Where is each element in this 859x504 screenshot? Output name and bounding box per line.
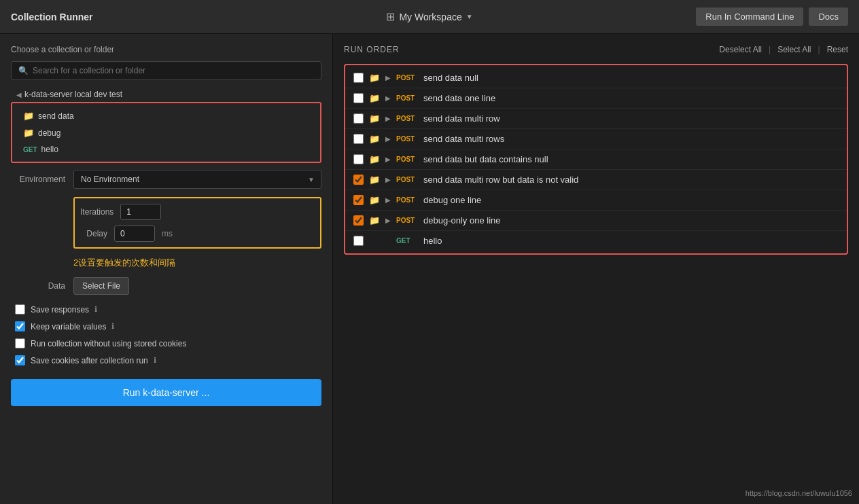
keep-variable-checkbox[interactable] (15, 321, 25, 331)
arrow-icon: ▶ (385, 74, 391, 82)
request-name: send data but data contains null (423, 154, 548, 164)
request-checkbox[interactable] (353, 215, 364, 226)
folder-icon: 📁 (369, 113, 380, 124)
right-panel: RUN ORDER Deselect All | Select All | Re… (333, 34, 859, 504)
iterations-input[interactable] (120, 204, 161, 220)
run-button[interactable]: Run k-data-server ... (11, 379, 321, 406)
no-cookies-label: Run collection without using stored cook… (31, 339, 186, 348)
workspace-selector[interactable]: ⊞ My Workspace ▼ (386, 10, 472, 23)
tree-item-label: debug (38, 128, 60, 138)
chevron-down-icon: ▼ (466, 13, 473, 20)
main-layout: Choose a collection or folder 🔍 1选择要测试的连… (0, 34, 859, 504)
delay-label: Delay (80, 229, 107, 238)
keep-variable-label: Keep variable values (31, 322, 106, 331)
request-checkbox[interactable] (353, 113, 364, 124)
request-checkbox[interactable] (353, 93, 364, 103)
docs-button[interactable]: Docs (809, 7, 848, 26)
request-checkbox[interactable] (353, 195, 364, 205)
keep-variable-info-icon[interactable]: ℹ (111, 322, 114, 331)
separator: | (769, 45, 771, 54)
search-box: 🔍 (11, 61, 321, 80)
request-checkbox[interactable] (353, 73, 364, 83)
request-name: send data multi row (423, 113, 500, 124)
method-badge: POST (396, 94, 418, 102)
reset-link[interactable]: Reset (827, 45, 848, 54)
run-in-command-line-button[interactable]: Run In Command Line (696, 7, 803, 26)
save-responses-info-icon[interactable]: ℹ (94, 305, 97, 314)
grid-icon: ⊞ (386, 10, 395, 23)
search-area: 🔍 1选择要测试的连接 (11, 61, 321, 80)
save-cookies-info-icon[interactable]: ℹ (154, 356, 156, 365)
requests-container: 📁 ▶ POST send data null 📁 ▶ POST send da… (344, 64, 848, 255)
collection-tree: 📁 send data 📁 debug GET hello (11, 102, 321, 163)
left-panel: Choose a collection or folder 🔍 1选择要测试的连… (0, 34, 333, 504)
collection-name: k-data-server local dev test (24, 90, 122, 99)
delay-row: Delay ms (80, 226, 315, 242)
request-item: 📁 ▶ POST debug-only one line (345, 211, 847, 231)
save-responses-label: Save responses (31, 305, 89, 314)
request-name: debug-only one line (423, 215, 500, 226)
request-checkbox[interactable] (353, 175, 364, 185)
save-responses-checkbox[interactable] (15, 304, 25, 314)
arrow-icon: ▶ (385, 217, 391, 224)
method-badge: POST (396, 115, 418, 122)
iterations-label: Iterations (80, 207, 113, 217)
delay-input[interactable] (114, 226, 155, 242)
request-name: send data null (423, 73, 478, 83)
data-label: Data (11, 281, 65, 291)
method-badge: POST (396, 217, 418, 224)
save-cookies-label: Save cookies after collection run (31, 356, 148, 365)
env-select[interactable]: No Environment (73, 170, 321, 189)
search-icon: 🔍 (18, 66, 29, 75)
request-item: 📁 ▶ GET hello (345, 231, 847, 251)
folder-icon: 📁 (369, 93, 380, 103)
workspace-name: My Workspace (399, 12, 461, 22)
folder-icon: 📁 (369, 154, 380, 164)
request-checkbox[interactable] (353, 154, 364, 164)
save-responses-row: Save responses ℹ (11, 304, 321, 314)
tree-item-debug[interactable]: 📁 debug (12, 124, 320, 141)
tree-collapse-icon: ◀ (16, 91, 22, 98)
select-file-button[interactable]: Select File (73, 277, 129, 295)
tree-item-send-data[interactable]: 📁 send data (12, 107, 320, 124)
deselect-all-link[interactable]: Deselect All (719, 45, 762, 54)
no-cookies-row: Run collection without using stored cook… (11, 338, 321, 348)
collection-tree-header: ◀ k-data-server local dev test (11, 87, 321, 102)
request-item: 📁 ▶ POST debug one line (345, 190, 847, 211)
no-cookies-checkbox[interactable] (15, 338, 25, 348)
request-checkbox[interactable] (353, 236, 364, 246)
tree-item-hello[interactable]: GET hello (12, 141, 320, 158)
request-checkbox[interactable] (353, 134, 364, 144)
arrow-icon: ▶ (385, 135, 391, 143)
run-order-actions: Deselect All | Select All | Reset (719, 45, 848, 54)
folder-icon: 📁 (23, 111, 34, 121)
app-title: Collection Runner (11, 12, 93, 22)
request-name: debug one line (423, 195, 481, 205)
arrow-icon: ▶ (385, 196, 391, 204)
annotation-2: 2设置要触发的次数和间隔 (73, 257, 321, 269)
folder-icon: 📁 (369, 215, 380, 226)
method-badge: POST (396, 74, 418, 82)
arrow-icon: ▶ (385, 176, 391, 183)
request-item: 📁 ▶ POST send data null (345, 68, 847, 88)
folder-icon: 📁 (369, 134, 380, 144)
save-cookies-row: Save cookies after collection run ℹ (11, 355, 321, 365)
method-badge: POST (396, 156, 418, 163)
request-name: send data multi row but data is not vali… (423, 175, 578, 185)
save-cookies-checkbox[interactable] (15, 355, 25, 365)
folder-icon: 📁 (369, 73, 380, 83)
header-actions: Run In Command Line Docs (696, 7, 848, 26)
method-badge: POST (396, 135, 418, 143)
env-label: Environment (11, 175, 65, 184)
method-badge: POST (396, 176, 418, 183)
arrow-icon: ▶ (385, 156, 391, 163)
select-all-link[interactable]: Select All (777, 45, 811, 54)
method-badge: GET (396, 237, 418, 245)
arrow-icon: ▶ (385, 115, 391, 122)
folder-icon: 📁 (369, 175, 380, 185)
run-order-title: RUN ORDER (344, 45, 400, 54)
search-input[interactable] (33, 66, 314, 75)
separator: | (818, 45, 820, 54)
delay-suffix: ms (162, 229, 173, 238)
method-badge: POST (396, 196, 418, 204)
